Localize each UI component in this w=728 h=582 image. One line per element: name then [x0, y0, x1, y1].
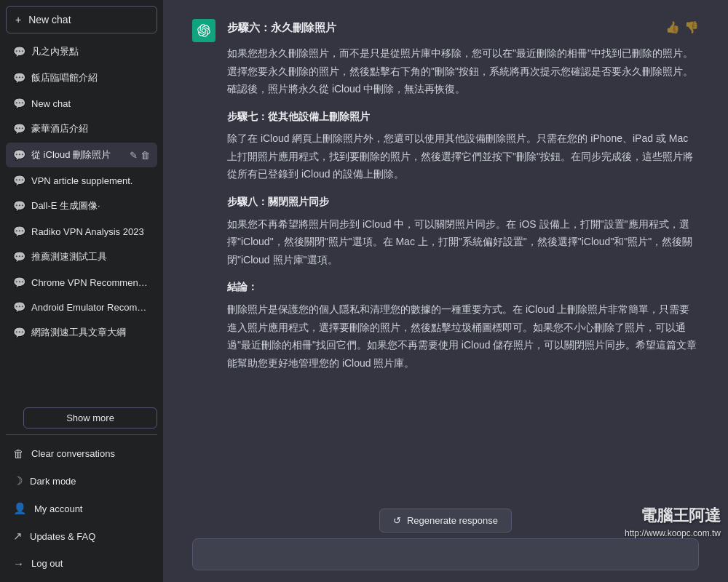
- chat-label: 推薦測速測試工具: [31, 250, 150, 263]
- dark-mode-label: Dark mode: [30, 476, 76, 487]
- conclusion-section: 結論： 刪除照片是保護您的個人隱私和清理您的數據的一種重要方式。在 iCloud…: [227, 279, 699, 372]
- chat-icon: 💬: [13, 149, 25, 161]
- step7-section: 步驟七：從其他設備上刪除照片 除了在 iCloud 網頁上刪除照片外，您還可以使…: [227, 108, 699, 183]
- dark-mode-icon: ☽: [13, 474, 23, 487]
- chat-area: 步驟六：永久刪除照片 👍 👎 如果您想永久刪除照片，而不是只是從照片庫中移除，您…: [163, 0, 728, 582]
- log-out-icon: →: [13, 557, 24, 570]
- chat-label: New chat: [31, 98, 150, 109]
- sidebar-item-item-6[interactable]: 💬VPN article supplement.: [6, 169, 157, 192]
- sidebar-item-item-4[interactable]: 💬豪華酒店介紹: [6, 116, 157, 141]
- sidebar-item-item-2[interactable]: 💬飯店臨唱館介紹: [6, 65, 157, 90]
- assistant-avatar: [192, 19, 215, 42]
- sidebar-item-item-8[interactable]: 💬Radiko VPN Analysis 2023: [6, 220, 157, 243]
- sidebar-item-item-3[interactable]: 💬New chat: [6, 92, 157, 115]
- sidebar-action-log-out[interactable]: →Log out: [6, 551, 157, 576]
- chat-icon: 💬: [13, 175, 25, 186]
- chat-icon: 💬: [13, 226, 25, 237]
- log-out-label: Log out: [31, 558, 63, 569]
- step6-body: 如果您想永久刪除照片，而不是只是從照片庫中移除，您可以在"最近刪除的相冊"中找到…: [227, 44, 699, 98]
- sidebar-action-updates-faq[interactable]: ↗Updates & FAQ: [6, 523, 157, 549]
- chat-item-actions: ✎🗑: [130, 150, 150, 161]
- clear-conversations-icon: 🗑: [13, 447, 24, 460]
- chat-icon: 💬: [13, 301, 25, 313]
- chat-icon: 💬: [13, 276, 25, 288]
- sidebar-item-item-5[interactable]: 💬從 iCloud 刪除照片✎🗑: [6, 143, 157, 167]
- chat-label: 凡之內景點: [31, 45, 150, 58]
- message-header: 步驟六：永久刪除照片 👍 👎: [227, 17, 699, 37]
- conclusion-body: 刪除照片是保護您的個人隱私和清理您的數據的一種重要方式。在 iCloud 上刪除…: [227, 300, 699, 372]
- step8-title: 步驟八：關閉照片同步: [227, 194, 699, 211]
- sidebar-bottom: 🗑Clear conversations☽Dark mode👤My accoun…: [6, 434, 157, 576]
- regenerate-icon: ↺: [393, 515, 401, 526]
- chat-label: 飯店臨唱館介紹: [31, 71, 150, 84]
- thumbs-up-icon[interactable]: 👍: [665, 17, 680, 37]
- sidebar-item-item-11[interactable]: 💬Android Emulator Recomme: [6, 295, 157, 319]
- step7-body: 除了在 iCloud 網頁上刪除照片外，您還可以使用其他設備刪除照片。只需在您的…: [227, 129, 699, 183]
- new-chat-label: New chat: [28, 14, 71, 25]
- new-chat-button[interactable]: + New chat: [6, 6, 157, 33]
- edit-icon[interactable]: ✎: [130, 150, 138, 161]
- thumbs-down-icon[interactable]: 👎: [684, 17, 699, 37]
- sidebar-item-item-7[interactable]: 💬Dall-E 生成圖像·: [6, 194, 157, 218]
- step6-title: 步驟六：永久刪除照片: [227, 18, 336, 37]
- chat-icon: 💬: [13, 123, 25, 135]
- chat-icon: 💬: [13, 327, 25, 338]
- assistant-message: 步驟六：永久刪除照片 👍 👎 如果您想永久刪除照片，而不是只是從照片庫中移除，您…: [192, 17, 699, 382]
- chat-icon: 💬: [13, 251, 25, 263]
- sidebar-item-item-9[interactable]: 💬推薦測速測試工具: [6, 244, 157, 269]
- regenerate-label: Regenerate response: [407, 515, 498, 526]
- chat-icon: 💬: [13, 46, 25, 57]
- chat-label: 網路測速工具文章大綱: [31, 326, 150, 339]
- show-more-button[interactable]: Show more: [23, 407, 157, 428]
- sidebar-action-my-account[interactable]: 👤My account: [6, 495, 157, 522]
- chat-icon: 💬: [13, 200, 25, 212]
- my-account-label: My account: [34, 503, 82, 514]
- chat-label: VPN article supplement.: [31, 175, 150, 186]
- delete-icon[interactable]: 🗑: [141, 150, 150, 161]
- sidebar-top: + New chat 💬凡之內景點💬飯店臨唱館介紹💬New chat💬豪華酒店介…: [6, 6, 157, 434]
- regenerate-button[interactable]: ↺ Regenerate response: [379, 509, 512, 533]
- bottom-bar: ↺ Regenerate response: [163, 500, 728, 582]
- step6-section: 如果您想永久刪除照片，而不是只是從照片庫中移除，您可以在"最近刪除的相冊"中找到…: [227, 44, 699, 98]
- sidebar-action-clear-conversations[interactable]: 🗑Clear conversations: [6, 441, 157, 466]
- clear-conversations-label: Clear conversations: [31, 448, 115, 459]
- chat-label: 豪華酒店介紹: [31, 122, 150, 135]
- step8-section: 步驟八：關閉照片同步 如果您不再希望將照片同步到 iCloud 中，可以關閉照片…: [227, 194, 699, 268]
- chat-icon: 💬: [13, 72, 25, 84]
- chat-label: Dall-E 生成圖像·: [31, 199, 150, 212]
- plus-icon: +: [15, 14, 21, 25]
- sidebar-item-item-10[interactable]: 💬Chrome VPN Recommendata: [6, 271, 157, 294]
- sidebar: + New chat 💬凡之內景點💬飯店臨唱館介紹💬New chat💬豪華酒店介…: [0, 0, 163, 582]
- my-account-icon: 👤: [13, 502, 27, 515]
- chat-input[interactable]: [192, 538, 699, 570]
- step7-title: 步驟七：從其他設備上刪除照片: [227, 108, 699, 126]
- message-body: 步驟六：永久刪除照片 👍 👎 如果您想永久刪除照片，而不是只是從照片庫中移除，您…: [227, 17, 699, 382]
- sidebar-item-item-12[interactable]: 💬網路測速工具文章大綱: [6, 320, 157, 345]
- chat-label: 從 iCloud 刪除照片: [31, 148, 124, 162]
- chat-label: Radiko VPN Analysis 2023: [31, 226, 150, 237]
- conclusion-title: 結論：: [227, 279, 699, 296]
- chat-icon: 💬: [13, 97, 25, 109]
- step8-body: 如果您不再希望將照片同步到 iCloud 中，可以關閉照片同步。在 iOS 設備…: [227, 215, 699, 269]
- updates-faq-label: Updates & FAQ: [30, 531, 95, 542]
- main-content: 步驟六：永久刪除照片 👍 👎 如果您想永久刪除照片，而不是只是從照片庫中移除，您…: [163, 0, 728, 582]
- chat-label: Android Emulator Recomme: [31, 302, 150, 313]
- sidebar-item-item-1[interactable]: 💬凡之內景點: [6, 39, 157, 64]
- updates-faq-icon: ↗: [13, 530, 23, 543]
- message-actions: 👍 👎: [665, 17, 699, 37]
- chat-label: Chrome VPN Recommendata: [31, 277, 150, 288]
- chat-list: 💬凡之內景點💬飯店臨唱館介紹💬New chat💬豪華酒店介紹💬從 iCloud …: [6, 39, 157, 403]
- sidebar-action-dark-mode[interactable]: ☽Dark mode: [6, 468, 157, 494]
